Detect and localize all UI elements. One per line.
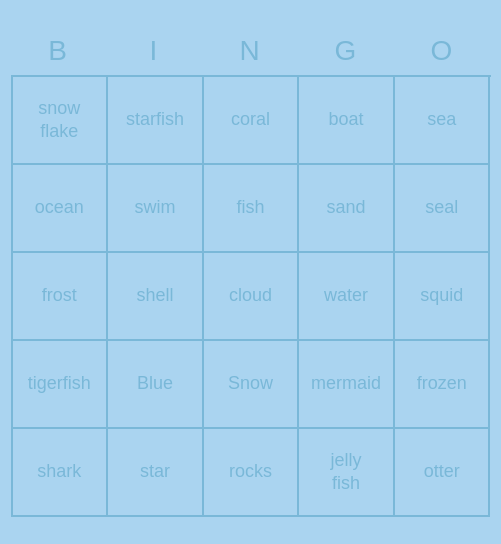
bingo-cell: Snow (204, 341, 300, 429)
header-o: O (395, 27, 491, 75)
bingo-cell: ocean (13, 165, 109, 253)
bingo-cell: water (299, 253, 395, 341)
bingo-cell: mermaid (299, 341, 395, 429)
bingo-cell: shell (108, 253, 204, 341)
bingo-cell: boat (299, 77, 395, 165)
bingo-header: B I N G O (11, 27, 491, 75)
header-n: N (203, 27, 299, 75)
bingo-cell: otter (395, 429, 491, 517)
bingo-cell: Blue (108, 341, 204, 429)
bingo-card: B I N G O snowflakestarfishcoralboatseao… (11, 27, 491, 517)
bingo-cell: star (108, 429, 204, 517)
bingo-cell: snowflake (13, 77, 109, 165)
bingo-cell: seal (395, 165, 491, 253)
bingo-cell: swim (108, 165, 204, 253)
bingo-cell: squid (395, 253, 491, 341)
bingo-cell: rocks (204, 429, 300, 517)
bingo-cell: sea (395, 77, 491, 165)
bingo-cell: shark (13, 429, 109, 517)
header-b: B (11, 27, 107, 75)
bingo-cell: jellyfish (299, 429, 395, 517)
bingo-cell: frost (13, 253, 109, 341)
header-g: G (299, 27, 395, 75)
header-i: I (107, 27, 203, 75)
bingo-cell: tigerfish (13, 341, 109, 429)
bingo-cell: starfish (108, 77, 204, 165)
bingo-cell: frozen (395, 341, 491, 429)
bingo-cell: cloud (204, 253, 300, 341)
bingo-grid: snowflakestarfishcoralboatseaoceanswimfi… (11, 75, 491, 517)
bingo-cell: fish (204, 165, 300, 253)
bingo-cell: sand (299, 165, 395, 253)
bingo-cell: coral (204, 77, 300, 165)
